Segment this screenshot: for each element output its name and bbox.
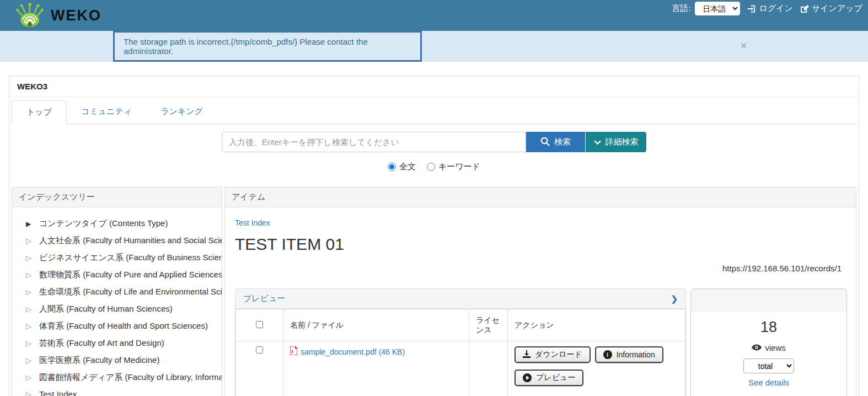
triangle-collapsed-icon[interactable]: ▷ — [26, 356, 33, 365]
triangle-collapsed-icon[interactable]: ▷ — [26, 339, 33, 347]
search-button[interactable]: 検索 — [526, 132, 585, 152]
advanced-search-button[interactable]: 詳細検索 — [586, 132, 646, 152]
triangle-collapsed-icon[interactable]: ▷ — [26, 237, 33, 245]
tab-top[interactable]: トップ — [12, 100, 67, 124]
record-url: https://192.168.56.101/records/1 — [235, 264, 847, 273]
tree-item-label: 体育系 (Faculty of Health and Sport Science… — [39, 321, 208, 331]
radio-label: 全文 — [399, 162, 416, 172]
see-details-link[interactable]: See details — [748, 378, 789, 387]
tab-bar: トップコミュニティランキング — [12, 100, 856, 124]
views-row: views — [752, 343, 786, 352]
files-table: 名前 / ファイルライセンスアクションλsample_document.pdf … — [235, 309, 685, 396]
index-tree-panel: インデックスツリー ▶コンテンツタイプ (Contents Type)▷人文社会… — [12, 187, 222, 396]
license-cell — [469, 341, 508, 396]
item-panel-title: アイテム — [225, 188, 856, 207]
preview-panel-header: プレビュー ❯ — [235, 289, 685, 309]
page-content: トップコミュニティランキング 検索 詳細検索 全文キー — [9, 97, 859, 396]
breadcrumb-test-index[interactable]: Test Index — [235, 218, 270, 227]
tree-item-8[interactable]: ▷医学医療系 (Faculty of Medicine) — [12, 352, 222, 369]
row-checkbox[interactable] — [256, 346, 263, 354]
file-name-label: sample_document.pdf (46 KB) — [301, 347, 405, 356]
login-link[interactable]: ログイン — [748, 3, 792, 14]
radio-button[interactable] — [388, 163, 396, 171]
tree-item-label: 芸術系 (Faculty of Art and Design) — [39, 338, 164, 349]
row-checkbox-cell — [236, 341, 283, 396]
tab-community[interactable]: コミュニティ — [67, 100, 146, 124]
search-scope-keyword[interactable]: キーワード — [427, 162, 480, 172]
alert-close-button[interactable]: × — [741, 40, 747, 51]
tree-item-7[interactable]: ▷芸術系 (Faculty of Art and Design) — [12, 335, 222, 352]
radio-label: キーワード — [438, 162, 480, 172]
triangle-collapsed-icon[interactable]: ▷ — [26, 288, 33, 296]
information-button[interactable]: iInformation — [595, 346, 663, 363]
svg-text:λ: λ — [291, 350, 293, 354]
play-icon — [523, 373, 532, 382]
file-link[interactable]: λsample_document.pdf (46 KB) — [290, 346, 405, 357]
download-icon — [523, 350, 531, 360]
tree-item-4[interactable]: ▷生命環境系 (Faculty of Life and Environmenta… — [12, 283, 222, 301]
tree-item-label: ビジネスサイエンス系 (Faculty of Business Sciences… — [39, 253, 222, 263]
triangle-collapsed-icon[interactable]: ▷ — [26, 271, 33, 279]
tree-item-1[interactable]: ▷人文社会系 (Faculty of Humanities and Social… — [12, 232, 222, 249]
main-panel: WEKO3 トップコミュニティランキング 検索 詳細検索 — [9, 76, 859, 396]
actions-row-2: プレビュー — [515, 370, 678, 386]
index-tree-title: インデックスツリー — [12, 188, 222, 207]
navbar-actions: 言語: 日本語 ログイン サインアップ — [672, 2, 862, 15]
page-title: WEKO3 — [9, 76, 859, 97]
triangle-expanded-icon[interactable]: ▶ — [26, 220, 33, 228]
tree-item-10[interactable]: ▷Test Index — [12, 386, 222, 396]
search-scope-options: 全文キーワード — [12, 162, 856, 172]
tree-item-label: Test Index — [39, 389, 77, 396]
tree-item-label: 医学医療系 (Faculty of Medicine) — [39, 355, 159, 366]
chevron-down-icon — [594, 137, 601, 147]
files-col-header-0 — [236, 309, 283, 341]
file-name-cell: λsample_document.pdf (46 KB) — [283, 341, 469, 396]
tree-item-label: 人間系 (Faculty of Human Sciences) — [39, 304, 173, 314]
weko-logo-icon — [15, 2, 44, 29]
tree-item-6[interactable]: ▷体育系 (Faculty of Health and Sport Scienc… — [12, 318, 222, 335]
sign-in-icon — [748, 5, 756, 13]
search-input[interactable] — [222, 132, 526, 152]
content-columns: インデックスツリー ▶コンテンツタイプ (Contents Type)▷人文社会… — [12, 187, 856, 396]
actions-row-1: ダウンロードiInformation — [515, 346, 678, 363]
tree-item-0[interactable]: ▶コンテンツタイプ (Contents Type) — [12, 215, 222, 232]
item-bottom-row: プレビュー ❯ 名前 / ファイルライセンスアクションλsample_docum… — [235, 288, 847, 396]
triangle-collapsed-icon[interactable]: ▷ — [26, 322, 33, 330]
tree-item-label: 生命環境系 (Faculty of Life and Environmental… — [39, 287, 222, 297]
files-col-header-1: 名前 / ファイル — [283, 309, 469, 341]
item-detail: Test Index TEST ITEM 01 https://192.168.… — [225, 207, 856, 396]
edit-icon — [801, 5, 809, 13]
action-button-label: ダウンロード — [535, 350, 582, 360]
preview-toggle-link[interactable]: プレビュー — [243, 293, 285, 304]
files-col-header-3: アクション — [508, 309, 685, 341]
views-count: 18 — [760, 319, 777, 336]
select-all-checkbox[interactable] — [256, 321, 263, 328]
language-select[interactable]: 日本語 — [695, 2, 740, 15]
stats-header-strip — [691, 289, 846, 311]
files-col-header-2: ライセンス — [469, 309, 508, 341]
tree-item-9[interactable]: ▷図書館情報メディア系 (Faculty of Library, Informa… — [12, 369, 222, 386]
brand: WEKO — [0, 2, 101, 29]
preview-button[interactable]: プレビュー — [515, 370, 583, 386]
search-scope-fulltext[interactable]: 全文 — [388, 162, 416, 172]
triangle-collapsed-icon[interactable]: ▷ — [26, 373, 33, 382]
tab-ranking[interactable]: ランキング — [146, 100, 217, 124]
triangle-collapsed-icon[interactable]: ▷ — [26, 305, 33, 313]
tree-item-5[interactable]: ▷人間系 (Faculty of Human Sciences) — [12, 301, 222, 318]
search-icon — [540, 137, 550, 148]
chevron-right-icon[interactable]: ❯ — [671, 294, 678, 304]
signup-link[interactable]: サインアップ — [801, 3, 862, 14]
download-button[interactable]: ダウンロード — [515, 346, 591, 363]
tree-item-label: 人文社会系 (Faculty of Humanities and Social … — [39, 236, 222, 246]
pdf-icon: λ — [290, 346, 297, 357]
tree-item-3[interactable]: ▷数理物質系 (Faculty of Pure and Applied Scie… — [12, 266, 222, 283]
search-bar: 検索 詳細検索 — [12, 132, 856, 152]
triangle-collapsed-icon[interactable]: ▷ — [26, 254, 33, 262]
triangle-collapsed-icon[interactable]: ▷ — [26, 390, 33, 396]
eye-icon — [752, 343, 762, 352]
stats-period-select[interactable]: total — [743, 358, 794, 373]
alert-message: The storage path is incorrect.{/tmp/comb… — [113, 31, 422, 62]
radio-button[interactable] — [427, 163, 435, 171]
tree-item-2[interactable]: ▷ビジネスサイエンス系 (Faculty of Business Science… — [12, 249, 222, 266]
language-label: 言語: — [672, 3, 690, 14]
